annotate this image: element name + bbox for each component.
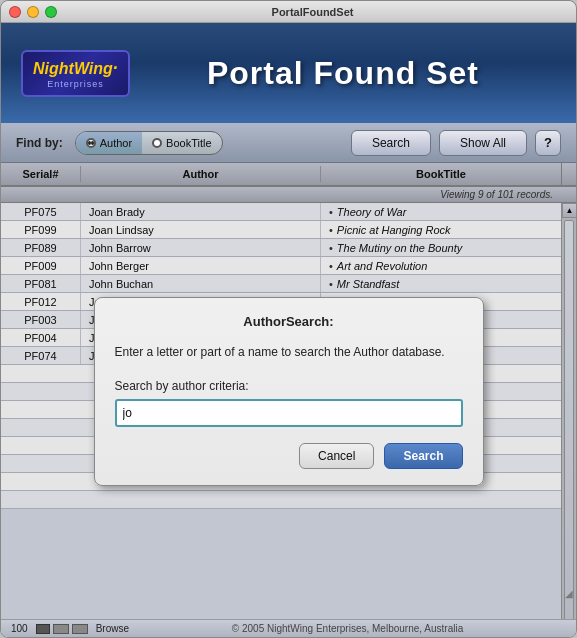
search-button[interactable]: Search (351, 130, 431, 156)
footer-copyright: © 2005 NightWing Enterprises, Melbourne,… (129, 623, 566, 634)
author-search-dialog: AuthorSearch: Enter a letter or part of … (94, 297, 484, 486)
title-bar: PortalFoundSet (1, 1, 576, 23)
dialog-message: Enter a letter or part of a name to sear… (115, 343, 463, 361)
maximize-button[interactable] (45, 6, 57, 18)
search-button[interactable]: Search (384, 443, 462, 469)
app-title: Portal Found Set (130, 55, 556, 92)
close-button[interactable] (9, 6, 21, 18)
dialog-overlay: AuthorSearch: Enter a letter or part of … (1, 163, 576, 619)
radio-booktitle-dot (152, 138, 162, 148)
dialog-buttons: Cancel Search (115, 443, 463, 469)
minimize-button[interactable] (27, 6, 39, 18)
logo-dot: · (113, 58, 118, 78)
status-icon-1 (36, 624, 50, 634)
dialog-title: AuthorSearch: (115, 314, 463, 329)
logo: NightWing· Enterprises (21, 50, 130, 97)
zoom-level: 100 (11, 623, 28, 634)
find-by-label: Find by: (16, 136, 63, 150)
help-button[interactable]: ? (535, 130, 561, 156)
logo-night: Night (33, 60, 74, 77)
status-icons (36, 624, 88, 634)
radio-booktitle-label: BookTitle (166, 137, 211, 149)
window-controls (9, 6, 57, 18)
logo-sub: Enterprises (47, 79, 104, 89)
app-header: NightWing· Enterprises Portal Found Set (1, 23, 576, 123)
toolbar: Find by: Author BookTitle Search Show Al… (1, 123, 576, 163)
status-icon-3 (72, 624, 88, 634)
status-icon-2 (53, 624, 69, 634)
find-by-radio-group: Author BookTitle (75, 131, 223, 155)
dialog-field-label: Search by author criteria: (115, 379, 463, 393)
radio-author-label: Author (100, 137, 132, 149)
cancel-button[interactable]: Cancel (299, 443, 374, 469)
status-bar: 100 Browse © 2005 NightWing Enterprises,… (1, 619, 576, 637)
logo-wing: Wing (74, 60, 113, 77)
logo-brand: NightWing· (33, 58, 118, 79)
table-container: Serial# Author BookTitle Viewing 9 of 10… (1, 163, 576, 619)
window-title: PortalFoundSet (57, 6, 568, 18)
radio-booktitle[interactable]: BookTitle (142, 132, 221, 154)
radio-author-dot (86, 138, 96, 148)
mode-label: Browse (96, 623, 129, 634)
main-window: PortalFoundSet NightWing· Enterprises Po… (0, 0, 577, 638)
radio-author[interactable]: Author (76, 132, 142, 154)
show-all-button[interactable]: Show All (439, 130, 527, 156)
author-search-input[interactable] (115, 399, 463, 427)
